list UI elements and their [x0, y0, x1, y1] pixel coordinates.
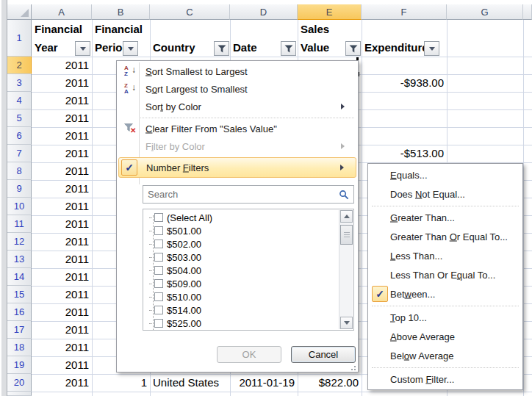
value-checkbox[interactable]	[154, 253, 163, 262]
submenu-item-between[interactable]: ✓Between...	[370, 284, 521, 303]
menu-item-sort-by-color[interactable]: Sort by Color	[118, 98, 356, 115]
value-checkbox[interactable]	[154, 306, 163, 314]
cell-A18[interactable]: 2011	[35, 339, 89, 356]
ok-button[interactable]: OK	[217, 346, 281, 363]
submenu-item-custom-filter[interactable]: Custom Filter...	[370, 370, 521, 389]
scroll-down-button[interactable]	[340, 317, 353, 329]
filter-button-E[interactable]	[345, 41, 361, 56]
cell-A6[interactable]: 2011	[35, 127, 89, 145]
cell-A7[interactable]: 2011	[35, 145, 89, 162]
value-checkbox[interactable]	[154, 279, 163, 288]
list-item[interactable]: $514.00	[143, 303, 353, 317]
column-header-C[interactable]: C	[150, 4, 230, 20]
cell-A9[interactable]: 2011	[35, 180, 89, 198]
column-header-B[interactable]: B	[92, 4, 150, 20]
column-header-E[interactable]: E	[298, 4, 362, 20]
list-item[interactable]: $509.00	[143, 277, 353, 290]
filter-button-D[interactable]	[281, 41, 296, 56]
column-header-F[interactable]: F	[362, 4, 447, 20]
filter-button-B[interactable]	[123, 41, 138, 56]
search-input[interactable]: Search	[143, 185, 354, 204]
value-checkbox[interactable]	[154, 319, 163, 328]
row-header-2[interactable]: 2	[7, 57, 32, 74]
row-header-5[interactable]: 5	[7, 109, 32, 127]
cell-A17[interactable]: 2011	[35, 321, 89, 339]
list-item[interactable]: $503.00	[143, 251, 353, 264]
row-header-17[interactable]: 17	[7, 321, 32, 339]
submenu-item-greater-than-or-equal-to[interactable]: Greater Than Or Equal To...	[370, 227, 521, 246]
menu-item-filter-by-color[interactable]: Filter by Color	[118, 137, 356, 155]
row-header-20[interactable]: 20	[7, 374, 32, 392]
cell-D20[interactable]: 2011-01-19	[233, 374, 295, 392]
cell-A3[interactable]: 2011	[35, 74, 89, 92]
list-item[interactable]: $504.00	[143, 264, 353, 277]
cell-A16[interactable]: 2011	[35, 303, 89, 321]
cell-A11[interactable]: 2011	[35, 215, 89, 233]
select-all-corner[interactable]	[7, 4, 32, 20]
value-checkbox[interactable]	[154, 292, 163, 301]
column-header-partial[interactable]	[523, 4, 532, 20]
cell-F3[interactable]: -$938.00	[364, 74, 444, 92]
submenu-item-top-10[interactable]: Top 10...	[370, 308, 521, 327]
cell-A14[interactable]: 2011	[35, 268, 89, 286]
filter-button-F[interactable]	[424, 41, 439, 56]
row-header-15[interactable]: 15	[7, 286, 32, 303]
list-item[interactable]: $501.00	[143, 224, 353, 237]
cell-A5[interactable]: 2011	[35, 109, 89, 127]
row-header-partial[interactable]	[7, 392, 32, 396]
cell-A19[interactable]: 2011	[35, 356, 89, 374]
row-header-14[interactable]: 14	[7, 268, 32, 286]
scroll-up-button[interactable]	[340, 210, 353, 223]
column-header-D[interactable]: D	[230, 4, 298, 20]
filter-button-C[interactable]	[214, 41, 229, 56]
row-header-19[interactable]: 19	[7, 356, 32, 374]
menu-item-clear-filter[interactable]: ✕Clear Filter From "Sales Value"	[118, 120, 356, 137]
list-item[interactable]: $510.00	[143, 290, 353, 303]
cell-E20[interactable]: $822.00	[301, 374, 359, 392]
cell-A4[interactable]: 2011	[35, 92, 89, 109]
submenu-item-greater-than[interactable]: Greater Than...	[370, 208, 521, 227]
scrollbar-thumb[interactable]	[340, 225, 353, 245]
submenu-item-less-than[interactable]: Less Than...	[370, 246, 521, 265]
resize-grip[interactable]	[350, 364, 356, 370]
menu-item-sort-smallest-to-largest[interactable]: AZ↓Sort Smallest to Largest	[118, 62, 356, 80]
row-header-1[interactable]: 1	[7, 20, 32, 57]
row-header-16[interactable]: 16	[7, 303, 32, 321]
list-item-select-all[interactable]: (Select All)	[143, 211, 353, 224]
column-header-G[interactable]: G	[447, 4, 523, 20]
list-item[interactable]: $525.00	[143, 317, 353, 330]
row-header-3[interactable]: 3	[7, 74, 32, 92]
row-header-9[interactable]: 9	[7, 180, 32, 198]
value-checkbox[interactable]	[154, 266, 163, 275]
cell-A10[interactable]: 2011	[35, 198, 89, 215]
cell-A12[interactable]: 2011	[35, 233, 89, 251]
row-header-6[interactable]: 6	[7, 127, 32, 145]
menu-item-sort-largest-to-smallest[interactable]: ZA↓Sort Largest to Smallest	[118, 80, 356, 98]
value-checkbox[interactable]	[154, 226, 163, 235]
submenu-item-does-not-equal[interactable]: Does Not Equal...	[370, 184, 521, 204]
submenu-item-equals[interactable]: Equals...	[370, 165, 521, 184]
submenu-item-less-than-or-equal-to[interactable]: Less Than Or Equal To...	[370, 265, 521, 284]
cell-A15[interactable]: 2011	[35, 286, 89, 303]
submenu-item-above-average[interactable]: Above Average	[370, 327, 521, 346]
cell-C20[interactable]: United States	[153, 374, 227, 392]
menu-item-number-filters[interactable]: ✓Number Filters	[118, 157, 356, 178]
cell-A8[interactable]: 2011	[35, 162, 89, 180]
row-header-13[interactable]: 13	[7, 251, 32, 268]
cancel-button[interactable]: Cancel	[291, 346, 356, 363]
row-header-12[interactable]: 12	[7, 233, 32, 251]
row-header-11[interactable]: 11	[7, 215, 32, 233]
cell-A13[interactable]: 2011	[35, 251, 89, 268]
cell-B20[interactable]: 1	[95, 374, 147, 392]
value-checkbox[interactable]	[154, 240, 163, 248]
cell-A20[interactable]: 2011	[35, 374, 89, 392]
submenu-item-below-average[interactable]: Below Average	[370, 346, 521, 365]
filter-button-A[interactable]	[75, 41, 90, 56]
cell-F7[interactable]: -$513.00	[364, 145, 444, 162]
row-header-8[interactable]: 8	[7, 162, 32, 180]
row-header-7[interactable]: 7	[7, 145, 32, 162]
column-header-A[interactable]: A	[32, 4, 92, 20]
list-item-partial[interactable]	[143, 330, 353, 331]
list-scrollbar[interactable]	[339, 210, 353, 329]
cell-A2[interactable]: 2011	[35, 57, 89, 74]
